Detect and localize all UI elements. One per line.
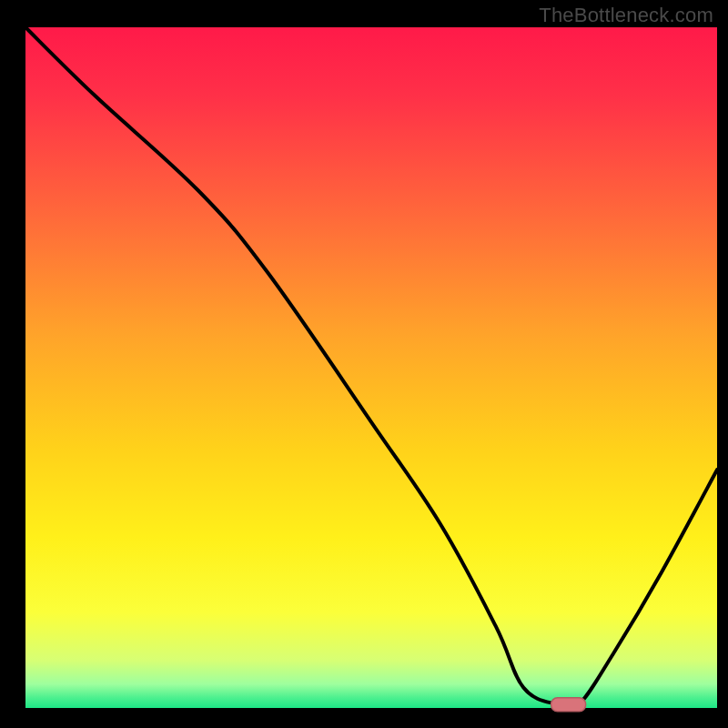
chart-container: TheBottleneck.com (0, 0, 728, 728)
watermark-text: TheBottleneck.com (539, 4, 713, 27)
optimum-marker (551, 698, 586, 712)
bottleneck-chart (0, 0, 728, 728)
chart-background-gradient (25, 27, 717, 708)
